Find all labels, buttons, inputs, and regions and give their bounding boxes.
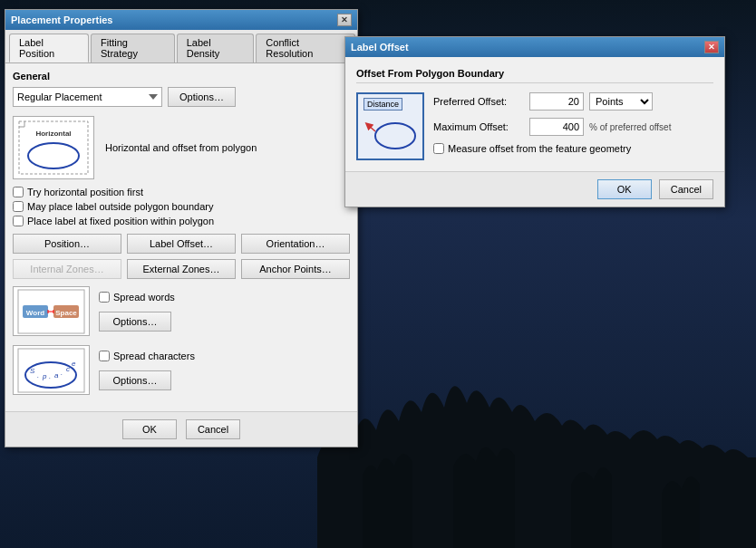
svg-text:p: p bbox=[42, 372, 47, 380]
spread-chars-options-button[interactable]: Options… bbox=[99, 370, 171, 390]
svg-text:Word: Word bbox=[26, 309, 44, 317]
preview-caption: Horizontal and offset from polygon bbox=[105, 142, 257, 153]
placement-row: Regular Placement Options… bbox=[13, 87, 350, 107]
checkbox-place-outside: May place label outside polygon boundary bbox=[13, 201, 350, 212]
placement-properties-dialog: Placement Properties ✕ Label Position Fi… bbox=[5, 9, 358, 447]
label-offset-dialog: Label Offset ✕ Offset From Polygon Bound… bbox=[344, 36, 725, 207]
main-dialog-footer: OK Cancel bbox=[5, 411, 357, 447]
checkbox-fixed-position: Place label at fixed position within pol… bbox=[13, 216, 350, 226]
main-ok-button[interactable]: OK bbox=[122, 419, 177, 439]
svg-text:.: . bbox=[37, 371, 39, 380]
offset-close-button[interactable]: ✕ bbox=[704, 41, 719, 53]
close-button[interactable]: ✕ bbox=[337, 14, 352, 26]
position-button[interactable]: Position… bbox=[13, 234, 121, 254]
svg-text:a: a bbox=[54, 371, 59, 380]
measure-checkbox-row: Measure offset from the feature geometry bbox=[433, 143, 713, 154]
titlebar-controls: ✕ bbox=[337, 14, 352, 26]
offset-cancel-button[interactable]: Cancel bbox=[659, 179, 713, 199]
button-row-2: Internal Zones… External Zones… Anchor P… bbox=[13, 259, 350, 279]
svg-text:S: S bbox=[30, 367, 35, 375]
placement-preview-box: Horizontal bbox=[13, 116, 94, 179]
anchor-points-button[interactable]: Anchor Points… bbox=[241, 259, 350, 279]
measure-label: Measure offset from the feature geometry bbox=[448, 143, 631, 154]
spread-words-checkbox-row: Spread words bbox=[99, 292, 175, 303]
maximum-offset-label: Maximum Offset: bbox=[433, 121, 524, 132]
svg-text:Horizontal: Horizontal bbox=[35, 130, 71, 138]
dialog-body: General Regular Placement Options… Horiz… bbox=[5, 63, 357, 411]
main-cancel-button[interactable]: Cancel bbox=[186, 419, 240, 439]
percent-note: % of preferred offset bbox=[589, 122, 671, 132]
svg-text:e: e bbox=[72, 360, 76, 368]
spread-words-options-button[interactable]: Options… bbox=[99, 312, 171, 332]
tab-label-position[interactable]: Label Position bbox=[9, 34, 89, 62]
place-outside-label: May place label outside polygon boundary bbox=[27, 201, 213, 212]
fixed-position-label: Place label at fixed position within pol… bbox=[27, 216, 214, 226]
general-section-label: General bbox=[13, 71, 350, 82]
internal-zones-button[interactable]: Internal Zones… bbox=[13, 259, 121, 279]
checkbox-try-horizontal: Try horizontal position first bbox=[13, 187, 350, 197]
svg-text:Space: Space bbox=[55, 309, 77, 317]
offset-preview-box: Distance bbox=[356, 92, 424, 160]
offset-dialog-titlebar[interactable]: Label Offset ✕ bbox=[345, 37, 724, 57]
spread-chars-checkbox[interactable] bbox=[99, 351, 110, 361]
orientation-button[interactable]: Orientation… bbox=[241, 234, 350, 254]
svg-text:c: c bbox=[66, 365, 70, 373]
spread-words-row: Word Space Spread words Options… bbox=[13, 286, 350, 336]
svg-point-23 bbox=[375, 123, 415, 149]
spread-chars-controls: Spread characters Options… bbox=[99, 351, 195, 390]
maximum-offset-row: Maximum Offset: 400 % of preferred offse… bbox=[433, 118, 713, 136]
svg-text:.: . bbox=[49, 372, 51, 380]
preferred-offset-input[interactable]: 20 bbox=[529, 92, 584, 111]
button-row-1: Position… Label Offset… Orientation… bbox=[13, 234, 350, 254]
preferred-offset-label: Preferred Offset: bbox=[433, 96, 524, 107]
spread-words-checkbox[interactable] bbox=[99, 292, 110, 303]
tab-label-density[interactable]: Label Density bbox=[177, 34, 255, 62]
maximum-offset-input[interactable]: 400 bbox=[529, 118, 584, 136]
offset-section-title: Offset From Polygon Boundary bbox=[356, 68, 713, 83]
offset-dialog-title: Label Offset bbox=[351, 42, 704, 53]
spread-words-preview: Word Space bbox=[13, 286, 90, 336]
options-button[interactable]: Options… bbox=[168, 87, 236, 107]
spread-chars-svg: S . p . a . c e bbox=[17, 348, 85, 393]
tab-conflict-resolution[interactable]: Conflict Resolution bbox=[256, 34, 355, 62]
try-horizontal-label: Try horizontal position first bbox=[27, 187, 143, 197]
spread-chars-label: Spread characters bbox=[113, 351, 195, 361]
tree-silhouettes bbox=[317, 276, 756, 548]
placement-preview-svg: Horizontal bbox=[17, 120, 90, 176]
place-outside-checkbox[interactable] bbox=[13, 201, 24, 212]
spread-words-svg: Word Space bbox=[17, 289, 85, 334]
spread-chars-preview: S . p . a . c e bbox=[13, 345, 90, 395]
label-offset-button[interactable]: Label Offset… bbox=[127, 234, 236, 254]
tab-fitting-strategy[interactable]: Fitting Strategy bbox=[91, 34, 175, 62]
unit-dropdown[interactable]: Points Inches Centimeters Millimeters bbox=[589, 92, 653, 111]
spread-words-controls: Spread words Options… bbox=[99, 292, 175, 332]
preview-area: Horizontal Horizontal and offset from po… bbox=[13, 116, 350, 179]
distance-label: Distance bbox=[363, 98, 402, 111]
tab-bar: Label Position Fitting Strategy Label De… bbox=[5, 30, 357, 63]
offset-body-inner: Distance Preferred Offset: bbox=[356, 92, 713, 160]
spread-chars-row: S . p . a . c e Spread characters Option… bbox=[13, 345, 350, 395]
offset-titlebar-controls: ✕ bbox=[704, 41, 719, 53]
spread-words-label: Spread words bbox=[113, 292, 175, 303]
svg-line-24 bbox=[368, 125, 375, 131]
main-dialog-titlebar[interactable]: Placement Properties ✕ bbox=[5, 10, 357, 30]
measure-checkbox[interactable] bbox=[433, 143, 444, 154]
spread-chars-checkbox-row: Spread characters bbox=[99, 351, 195, 361]
placement-dropdown[interactable]: Regular Placement bbox=[13, 87, 162, 107]
offset-dialog-footer: OK Cancel bbox=[345, 171, 724, 207]
fixed-position-checkbox[interactable] bbox=[13, 216, 24, 226]
offset-ok-button[interactable]: OK bbox=[597, 179, 652, 199]
offset-fields: Preferred Offset: 20 Points Inches Centi… bbox=[433, 92, 713, 160]
preferred-offset-row: Preferred Offset: 20 Points Inches Centi… bbox=[433, 92, 713, 111]
external-zones-button[interactable]: External Zones… bbox=[127, 259, 236, 279]
svg-text:.: . bbox=[61, 369, 63, 377]
main-dialog-title: Placement Properties bbox=[11, 14, 337, 25]
offset-body: Offset From Polygon Boundary Distance bbox=[345, 57, 724, 171]
try-horizontal-checkbox[interactable] bbox=[13, 187, 24, 197]
